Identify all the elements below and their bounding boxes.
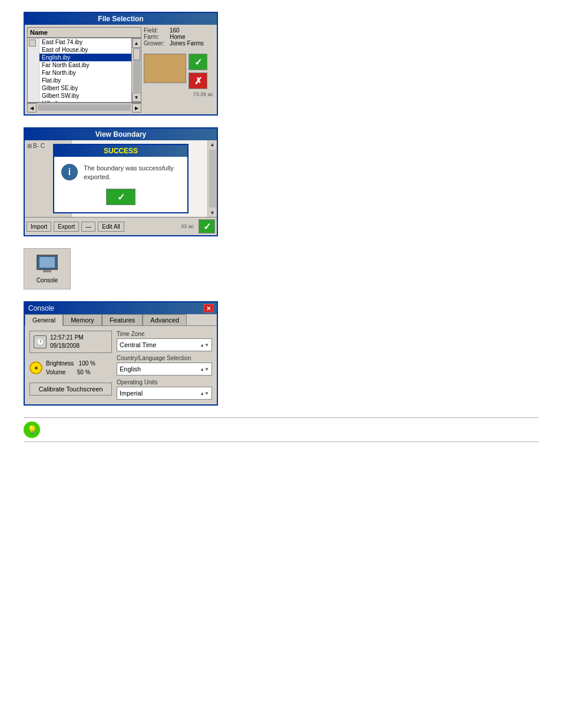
export-button[interactable]: Export xyxy=(54,222,79,232)
console-title-bar: Console ✕ xyxy=(25,302,217,314)
checkmark-icon: ✓ xyxy=(194,57,202,68)
timezone-value: Central Time xyxy=(120,341,156,348)
file-list-header: Name xyxy=(27,27,141,38)
tip-bulb-icon: 💡 xyxy=(24,421,40,438)
grower-label: Grower: xyxy=(144,40,167,47)
farm-label: Farm: xyxy=(144,34,167,40)
file-list-items[interactable]: East Flat 74.iby East of House.iby Engli… xyxy=(39,38,131,102)
tree-icon xyxy=(29,39,36,47)
scrollbar-thumb[interactable] xyxy=(133,48,140,60)
timezone-arrow-icon: ▲▼ xyxy=(200,342,209,348)
list-item[interactable]: Far North.iby xyxy=(39,69,131,77)
console-dialog: Console ✕ General Memory Features Advanc… xyxy=(24,301,218,406)
success-title: SUCCESS xyxy=(54,145,187,157)
success-message: The boundary was successfully exported. xyxy=(84,164,180,182)
vb-footer: Import Export — Edit All 33 ac ✓ xyxy=(25,217,217,235)
tab-memory[interactable]: Memory xyxy=(63,314,102,326)
field-value: 160 xyxy=(170,27,180,34)
horizontal-scrollbar[interactable]: ◀ ▶ xyxy=(27,103,141,112)
view-boundary-dialog: View Boundary ⊞ B- C ▲ ▼ xyxy=(24,127,218,236)
list-item-selected[interactable]: English.iby xyxy=(39,54,131,61)
ok-button[interactable]: ✓ xyxy=(189,54,207,70)
country-language-group: Country/Language Selection English ▲▼ xyxy=(117,355,212,375)
edit-all-button[interactable]: Edit All xyxy=(98,222,124,232)
file-tree-icons xyxy=(28,38,39,102)
timezone-select[interactable]: Central Time ▲▼ xyxy=(117,338,212,351)
vb-checkmark-icon: ✓ xyxy=(203,221,211,232)
tab-general[interactable]: General xyxy=(25,314,63,326)
list-item[interactable]: Gilbert SW.iby xyxy=(39,92,131,100)
brightness-box: ☀ Brightness 100 % Volume 50 % xyxy=(29,358,112,378)
console-right-panel: Time Zone Central Time ▲▼ Country/Langua… xyxy=(117,331,212,400)
success-ok-button[interactable]: ✓ xyxy=(106,189,135,205)
crossmark-icon: ✗ xyxy=(194,75,202,87)
list-item[interactable]: Hills.iby xyxy=(39,100,131,102)
console-icon-box[interactable]: Console xyxy=(24,248,71,289)
console-icon-label: Console xyxy=(37,277,58,284)
operating-units-select[interactable]: Imperial ▲▼ xyxy=(117,387,212,400)
success-checkmark-icon: ✓ xyxy=(117,192,125,203)
scroll-down-btn[interactable]: ▼ xyxy=(132,93,141,102)
monitor-screen xyxy=(39,257,55,268)
grower-value: Jones Farms xyxy=(170,40,204,47)
import-button[interactable]: Import xyxy=(27,222,51,232)
scroll-up-btn[interactable]: ▲ xyxy=(132,38,141,48)
hscroll-right-btn[interactable]: ▶ xyxy=(132,103,141,113)
success-overlay: SUCCESS i The boundary was successfully … xyxy=(25,140,217,217)
console-time-box: 🕐 12:57:21 PM 09/18/2008 xyxy=(29,331,112,353)
list-item[interactable]: East of House.iby xyxy=(39,46,131,54)
file-info-panel: Field: 160 Farm: Home Grower: Jones Farm… xyxy=(144,27,214,112)
hscroll-track xyxy=(38,104,131,111)
operating-units-group: Operating Units Imperial ▲▼ xyxy=(117,379,212,400)
list-item[interactable]: East Flat 74.iby xyxy=(39,38,131,46)
brightness-row: Brightness 100 % xyxy=(46,359,95,368)
operating-units-label: Operating Units xyxy=(117,379,212,386)
file-preview xyxy=(144,54,186,83)
info-icon: i xyxy=(61,164,78,180)
file-selection-dialog: File Selection Name East Flat 74.iby Eas… xyxy=(24,12,218,116)
volume-value: 50 % xyxy=(77,369,91,375)
view-boundary-title: View Boundary xyxy=(25,129,217,140)
timezone-label: Time Zone xyxy=(117,331,212,337)
field-label: Field: xyxy=(144,27,167,34)
scrollbar-track xyxy=(133,48,140,92)
console-left-panel: 🕐 12:57:21 PM 09/18/2008 ☀ Brightness 10… xyxy=(29,331,112,400)
volume-row: Volume 50 % xyxy=(46,368,95,377)
btn3[interactable]: — xyxy=(81,222,95,232)
list-item[interactable]: Far North East.iby xyxy=(39,61,131,69)
country-language-arrow-icon: ▲▼ xyxy=(200,367,209,372)
operating-units-value: Imperial xyxy=(120,390,143,397)
date-value: 09/18/2008 xyxy=(50,342,84,350)
hscroll-left-btn[interactable]: ◀ xyxy=(27,103,37,113)
calibrate-touchscreen-button[interactable]: Calibrate Touchscreen xyxy=(29,383,112,396)
lightbulb-icon: 💡 xyxy=(27,425,37,434)
list-item[interactable]: Gilbert SE.iby xyxy=(39,84,131,92)
success-dialog: SUCCESS i The boundary was successfully … xyxy=(53,144,189,214)
vb-ok-button[interactable]: ✓ xyxy=(199,219,215,233)
volume-label: Volume xyxy=(46,369,65,375)
list-item[interactable]: Flat.iby xyxy=(39,77,131,84)
clock-icon: 🕐 xyxy=(34,335,47,348)
cancel-button[interactable]: ✗ xyxy=(189,73,207,89)
country-language-value: English xyxy=(120,365,141,373)
file-list-panel: Name East Flat 74.iby East of House.iby … xyxy=(27,27,141,112)
console-title: Console xyxy=(28,304,54,312)
time-value: 12:57:21 PM xyxy=(50,334,84,342)
brightness-label: Brightness xyxy=(46,360,74,367)
country-language-label: Country/Language Selection xyxy=(117,355,212,361)
file-selection-title: File Selection xyxy=(25,13,217,25)
file-list-scrollbar[interactable]: ▲ ▼ xyxy=(131,38,141,102)
tab-advanced[interactable]: Advanced xyxy=(143,314,187,326)
brightness-info: Brightness 100 % Volume 50 % xyxy=(46,359,95,377)
country-language-select[interactable]: English ▲▼ xyxy=(117,363,212,375)
vb-acreage: 33 ac xyxy=(181,223,194,229)
file-action-buttons: ✓ ✗ xyxy=(189,54,207,89)
tab-features[interactable]: Features xyxy=(102,314,143,326)
console-tabs: General Memory Features Advanced xyxy=(25,314,217,326)
brightness-value: 100 % xyxy=(79,360,95,367)
operating-units-arrow-icon: ▲▼ xyxy=(200,391,209,396)
file-info-fields: Field: 160 Farm: Home Grower: Jones Farm… xyxy=(144,27,214,47)
sun-icon: ☀ xyxy=(29,361,42,374)
timezone-group: Time Zone Central Time ▲▼ xyxy=(117,331,212,351)
close-button[interactable]: ✕ xyxy=(204,304,213,312)
